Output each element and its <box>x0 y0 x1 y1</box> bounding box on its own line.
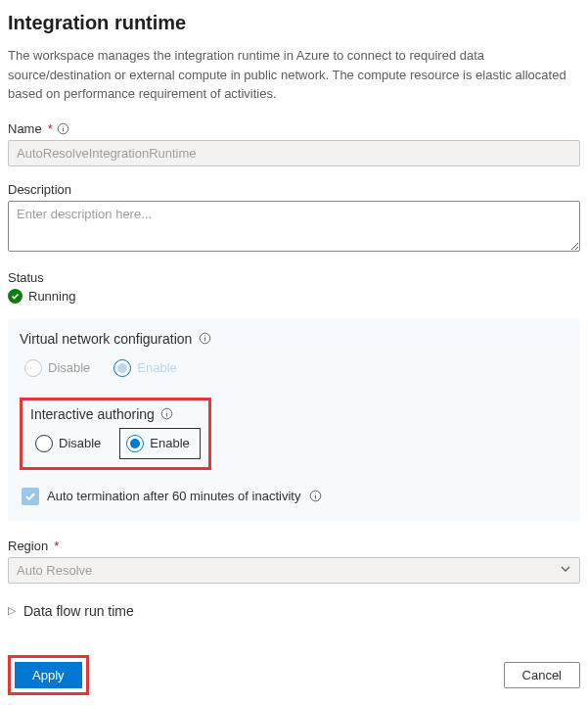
radio-icon <box>35 435 53 452</box>
apply-button[interactable]: Apply <box>15 662 82 688</box>
interactive-authoring-highlight: Interactive authoring Disable Enable <box>20 398 211 470</box>
radio-icon <box>113 359 131 377</box>
radio-icon <box>126 435 144 452</box>
region-label: Region <box>8 539 48 553</box>
auto-term-row: Auto termination after 60 minutes of ina… <box>22 488 568 505</box>
interactive-disable-radio[interactable]: Disable <box>30 430 110 457</box>
region-value: Auto Resolve <box>17 563 92 578</box>
radio-icon <box>24 359 42 377</box>
info-icon[interactable] <box>198 332 211 346</box>
name-label: Name <box>8 121 42 136</box>
name-field: Name * <box>8 121 580 166</box>
chevron-right-icon: ▷ <box>8 604 16 617</box>
cancel-button[interactable]: Cancel <box>504 662 580 688</box>
radio-label: Disable <box>59 436 101 450</box>
vnet-enable-radio: Enable <box>109 354 185 382</box>
svg-point-11 <box>315 493 316 494</box>
svg-point-2 <box>63 125 64 126</box>
status-label: Status <box>8 270 44 285</box>
footer: Apply Cancel <box>8 655 580 695</box>
required-asterisk: * <box>48 121 53 136</box>
svg-point-5 <box>204 335 205 336</box>
dataflow-expander[interactable]: ▷ Data flow run time <box>8 599 580 623</box>
info-icon[interactable] <box>57 121 70 135</box>
auto-term-label: Auto termination after 60 minutes of ina… <box>47 489 300 503</box>
region-field: Region * Auto Resolve <box>8 539 580 584</box>
page-title: Integration runtime <box>8 12 580 34</box>
page-intro: The workspace manages the integration ru… <box>8 46 580 104</box>
auto-term-checkbox <box>22 488 39 505</box>
vnet-disable-radio: Disable <box>20 354 99 382</box>
info-icon[interactable] <box>160 407 174 421</box>
status-value: Running <box>28 289 75 304</box>
radio-label: Enable <box>150 436 189 450</box>
description-input[interactable] <box>8 201 580 252</box>
svg-point-8 <box>166 410 167 411</box>
radio-label: Enable <box>137 360 176 375</box>
interactive-heading: Interactive authoring <box>30 406 155 422</box>
check-circle-icon <box>8 289 23 304</box>
dataflow-label: Data flow run time <box>23 603 134 619</box>
radio-label: Disable <box>48 360 90 375</box>
status-field: Status Running <box>8 270 580 304</box>
info-icon[interactable] <box>308 490 322 503</box>
required-asterisk: * <box>54 539 59 553</box>
chevron-down-icon <box>560 563 571 578</box>
description-field: Description <box>8 182 580 255</box>
config-panel: Virtual network configuration Disable En… <box>8 319 580 521</box>
vnet-heading: Virtual network configuration <box>20 331 192 347</box>
name-input <box>8 140 580 166</box>
vnet-section: Virtual network configuration Disable En… <box>20 331 568 382</box>
description-label: Description <box>8 182 71 197</box>
interactive-enable-radio[interactable]: Enable <box>119 428 200 459</box>
apply-highlight: Apply <box>8 655 89 695</box>
region-select: Auto Resolve <box>8 557 580 584</box>
